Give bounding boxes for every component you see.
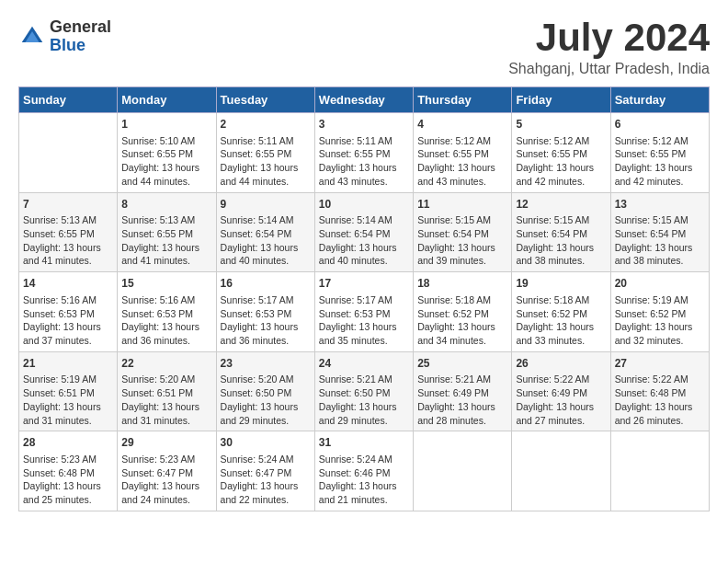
calendar-week-5: 28Sunrise: 5:23 AM Sunset: 6:48 PM Dayli… xyxy=(19,431,710,511)
calendar-week-3: 14Sunrise: 5:16 AM Sunset: 6:53 PM Dayli… xyxy=(19,272,710,352)
calendar-cell: 7Sunrise: 5:13 AM Sunset: 6:55 PM Daylig… xyxy=(19,192,118,272)
calendar-cell: 17Sunrise: 5:17 AM Sunset: 6:53 PM Dayli… xyxy=(314,272,413,352)
calendar-cell: 5Sunrise: 5:12 AM Sunset: 6:55 PM Daylig… xyxy=(512,113,610,193)
day-number: 22 xyxy=(121,356,211,372)
calendar-cell xyxy=(19,113,118,193)
day-number: 5 xyxy=(516,117,606,132)
calendar-cell xyxy=(512,431,610,511)
day-content: Sunrise: 5:15 AM Sunset: 6:54 PM Dayligh… xyxy=(417,213,507,268)
day-content: Sunrise: 5:21 AM Sunset: 6:49 PM Dayligh… xyxy=(417,373,507,427)
calendar-cell: 25Sunrise: 5:21 AM Sunset: 6:49 PM Dayli… xyxy=(414,351,512,431)
calendar-cell: 1Sunrise: 5:10 AM Sunset: 6:55 PM Daylig… xyxy=(118,113,216,193)
day-number: 11 xyxy=(417,197,507,213)
day-number: 2 xyxy=(221,117,311,132)
calendar-cell: 30Sunrise: 5:24 AM Sunset: 6:47 PM Dayli… xyxy=(216,431,314,511)
calendar-cell: 22Sunrise: 5:20 AM Sunset: 6:51 PM Dayli… xyxy=(118,351,216,431)
calendar-cell xyxy=(610,431,709,511)
day-content: Sunrise: 5:18 AM Sunset: 6:52 PM Dayligh… xyxy=(516,293,606,348)
day-number: 3 xyxy=(319,117,409,132)
calendar-body: 1Sunrise: 5:10 AM Sunset: 6:55 PM Daylig… xyxy=(19,113,710,511)
day-content: Sunrise: 5:23 AM Sunset: 6:47 PM Dayligh… xyxy=(121,453,211,507)
day-content: Sunrise: 5:14 AM Sunset: 6:54 PM Dayligh… xyxy=(319,213,409,268)
day-content: Sunrise: 5:15 AM Sunset: 6:54 PM Dayligh… xyxy=(516,213,606,268)
calendar-cell xyxy=(414,431,512,511)
day-number: 4 xyxy=(417,117,507,132)
calendar-cell: 6Sunrise: 5:12 AM Sunset: 6:55 PM Daylig… xyxy=(610,113,709,193)
day-number: 14 xyxy=(23,276,113,292)
day-content: Sunrise: 5:12 AM Sunset: 6:55 PM Dayligh… xyxy=(417,134,507,189)
day-number: 25 xyxy=(417,356,507,372)
day-number: 17 xyxy=(319,276,409,292)
day-content: Sunrise: 5:24 AM Sunset: 6:47 PM Dayligh… xyxy=(221,453,311,507)
day-content: Sunrise: 5:13 AM Sunset: 6:55 PM Dayligh… xyxy=(121,213,211,268)
day-content: Sunrise: 5:22 AM Sunset: 6:48 PM Dayligh… xyxy=(615,373,705,427)
day-content: Sunrise: 5:22 AM Sunset: 6:49 PM Dayligh… xyxy=(516,373,606,427)
day-number: 8 xyxy=(121,197,211,213)
day-content: Sunrise: 5:12 AM Sunset: 6:55 PM Dayligh… xyxy=(615,134,705,189)
day-number: 15 xyxy=(121,276,211,292)
day-number: 6 xyxy=(615,117,705,132)
day-number: 24 xyxy=(319,356,409,372)
day-content: Sunrise: 5:20 AM Sunset: 6:50 PM Dayligh… xyxy=(221,373,311,427)
day-content: Sunrise: 5:19 AM Sunset: 6:52 PM Dayligh… xyxy=(615,293,705,348)
calendar-cell: 27Sunrise: 5:22 AM Sunset: 6:48 PM Dayli… xyxy=(610,351,709,431)
calendar-cell: 3Sunrise: 5:11 AM Sunset: 6:55 PM Daylig… xyxy=(314,113,413,193)
day-number: 20 xyxy=(615,276,705,292)
day-content: Sunrise: 5:10 AM Sunset: 6:55 PM Dayligh… xyxy=(121,134,211,189)
day-number: 13 xyxy=(615,197,705,213)
calendar-cell: 8Sunrise: 5:13 AM Sunset: 6:55 PM Daylig… xyxy=(118,192,216,272)
day-content: Sunrise: 5:23 AM Sunset: 6:48 PM Dayligh… xyxy=(23,453,113,507)
day-number: 29 xyxy=(121,435,211,451)
calendar-header: SundayMondayTuesdayWednesdayThursdayFrid… xyxy=(19,87,710,113)
calendar-cell: 16Sunrise: 5:17 AM Sunset: 6:53 PM Dayli… xyxy=(216,272,314,352)
logo: General Blue xyxy=(18,18,111,55)
day-number: 23 xyxy=(221,356,311,372)
day-content: Sunrise: 5:14 AM Sunset: 6:54 PM Dayligh… xyxy=(221,213,311,268)
day-content: Sunrise: 5:12 AM Sunset: 6:55 PM Dayligh… xyxy=(516,134,606,189)
day-number: 30 xyxy=(221,435,311,451)
logo-text: General Blue xyxy=(50,18,111,55)
calendar-cell: 18Sunrise: 5:18 AM Sunset: 6:52 PM Dayli… xyxy=(414,272,512,352)
day-number: 16 xyxy=(221,276,311,292)
location-subtitle: Shahganj, Uttar Pradesh, India xyxy=(508,61,710,77)
day-number: 1 xyxy=(121,117,211,132)
day-content: Sunrise: 5:17 AM Sunset: 6:53 PM Dayligh… xyxy=(221,293,311,348)
day-number: 26 xyxy=(516,356,606,372)
day-content: Sunrise: 5:11 AM Sunset: 6:55 PM Dayligh… xyxy=(221,134,311,189)
day-content: Sunrise: 5:15 AM Sunset: 6:54 PM Dayligh… xyxy=(615,213,705,268)
day-number: 12 xyxy=(516,197,606,213)
calendar-cell: 19Sunrise: 5:18 AM Sunset: 6:52 PM Dayli… xyxy=(512,272,610,352)
calendar-cell: 9Sunrise: 5:14 AM Sunset: 6:54 PM Daylig… xyxy=(216,192,314,272)
day-number: 27 xyxy=(615,356,705,372)
calendar-cell: 4Sunrise: 5:12 AM Sunset: 6:55 PM Daylig… xyxy=(414,113,512,193)
day-number: 7 xyxy=(23,197,113,213)
calendar-cell: 28Sunrise: 5:23 AM Sunset: 6:48 PM Dayli… xyxy=(19,431,118,511)
day-content: Sunrise: 5:16 AM Sunset: 6:53 PM Dayligh… xyxy=(23,293,113,348)
header-day-tuesday: Tuesday xyxy=(216,87,314,113)
header-day-thursday: Thursday xyxy=(414,87,512,113)
calendar-cell: 29Sunrise: 5:23 AM Sunset: 6:47 PM Dayli… xyxy=(118,431,216,511)
month-year-title: July 2024 xyxy=(508,18,710,57)
day-number: 18 xyxy=(417,276,507,292)
day-content: Sunrise: 5:16 AM Sunset: 6:53 PM Dayligh… xyxy=(121,293,211,348)
header-day-wednesday: Wednesday xyxy=(314,87,413,113)
calendar-cell: 21Sunrise: 5:19 AM Sunset: 6:51 PM Dayli… xyxy=(19,351,118,431)
day-number: 31 xyxy=(319,435,409,451)
header-row: SundayMondayTuesdayWednesdayThursdayFrid… xyxy=(19,87,710,113)
day-number: 28 xyxy=(23,435,113,451)
calendar-cell: 24Sunrise: 5:21 AM Sunset: 6:50 PM Dayli… xyxy=(314,351,413,431)
header-day-friday: Friday xyxy=(512,87,610,113)
logo-general: General xyxy=(50,18,111,37)
calendar-week-1: 1Sunrise: 5:10 AM Sunset: 6:55 PM Daylig… xyxy=(19,113,710,193)
calendar-cell: 12Sunrise: 5:15 AM Sunset: 6:54 PM Dayli… xyxy=(512,192,610,272)
calendar-cell: 15Sunrise: 5:16 AM Sunset: 6:53 PM Dayli… xyxy=(118,272,216,352)
day-number: 10 xyxy=(319,197,409,213)
title-block: July 2024 Shahganj, Uttar Pradesh, India xyxy=(508,18,710,77)
day-number: 19 xyxy=(516,276,606,292)
calendar-cell: 11Sunrise: 5:15 AM Sunset: 6:54 PM Dayli… xyxy=(414,192,512,272)
header-day-sunday: Sunday xyxy=(19,87,118,113)
logo-blue: Blue xyxy=(50,37,111,55)
calendar-cell: 2Sunrise: 5:11 AM Sunset: 6:55 PM Daylig… xyxy=(216,113,314,193)
day-content: Sunrise: 5:18 AM Sunset: 6:52 PM Dayligh… xyxy=(417,293,507,348)
calendar-cell: 20Sunrise: 5:19 AM Sunset: 6:52 PM Dayli… xyxy=(610,272,709,352)
